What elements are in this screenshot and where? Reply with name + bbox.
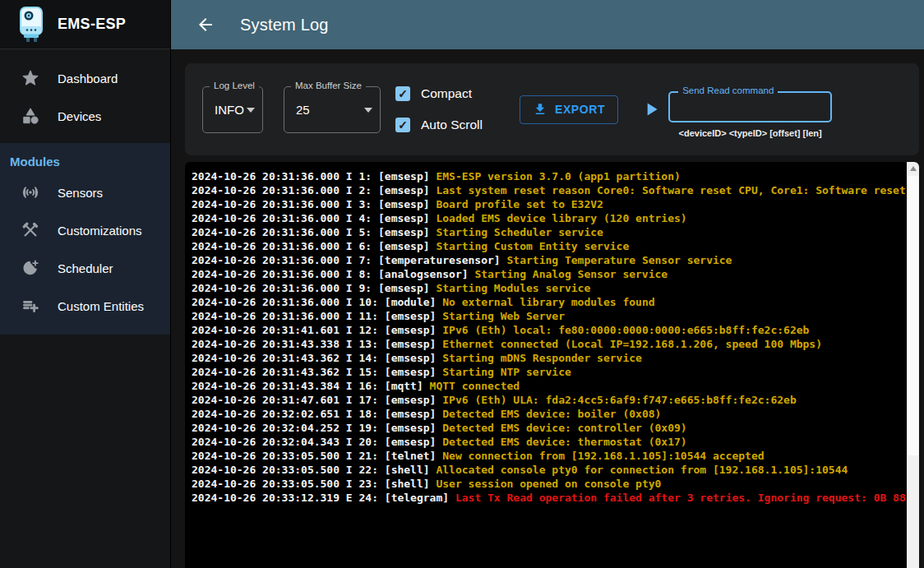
auto-scroll-checkbox[interactable]: ✓ Auto Scroll <box>395 109 483 141</box>
log-line: 2024-10-26 20:33:05.500 I 22: [shell] Al… <box>192 463 906 477</box>
max-buffer-size-value: 25 <box>284 103 310 117</box>
send-read-command-helper: <deviceID> <typeID> [offset] [len] <box>668 128 832 138</box>
max-buffer-size-select[interactable]: Max Buffer Size 25 <box>284 86 381 133</box>
sidebar-nav: Dashboard Devices Modules Se <box>0 49 170 335</box>
log-line: 2024-10-26 20:31:41.601 I 12: [emsesp] I… <box>192 323 906 337</box>
max-buffer-size-label: Max Buffer Size <box>291 81 366 90</box>
sidebar-item-label: Dashboard <box>58 72 118 85</box>
log-line: 2024-10-26 20:33:12.319 E 24: [telegram]… <box>192 491 906 505</box>
system-log-panel: 2024-10-26 20:31:36.000 I 1: [emsesp] EM… <box>185 162 919 568</box>
send-read-command-label: Send Read command <box>678 85 778 95</box>
compact-checkbox-label: Compact <box>421 86 472 101</box>
back-arrow-button[interactable] <box>196 15 215 35</box>
sidebar-item-label: Sensors <box>58 186 103 200</box>
log-line: 2024-10-26 20:31:43.362 I 15: [emsesp] S… <box>192 365 906 379</box>
sidebar-header: EMS-ESP <box>0 0 170 49</box>
ems-esp-logo-icon <box>16 7 46 43</box>
checkbox-checked-icon: ✓ <box>395 86 410 101</box>
category-shapes-icon <box>21 106 40 126</box>
auto-scroll-checkbox-label: Auto Scroll <box>421 118 483 132</box>
play-icon <box>640 99 662 120</box>
scroll-up-arrow-icon <box>910 166 917 171</box>
log-line: 2024-10-26 20:31:36.000 I 8: [analogsens… <box>192 267 906 281</box>
app-title: EMS-ESP <box>58 16 126 33</box>
sidebar-item-customizations[interactable]: Customizations <box>0 211 170 249</box>
log-level-select[interactable]: Log Level INFO <box>202 86 263 133</box>
log-line: 2024-10-26 20:33:05.500 I 23: [shell] Us… <box>192 477 906 491</box>
sidebar-item-scheduler[interactable]: Scheduler <box>0 249 170 287</box>
log-line: 2024-10-26 20:32:02.651 I 18: [emsesp] D… <box>192 407 906 421</box>
tools-icon <box>21 220 40 240</box>
checkbox-checked-icon: ✓ <box>395 118 410 132</box>
log-line: 2024-10-26 20:31:36.000 I 5: [emsesp] St… <box>192 225 906 239</box>
sidebar-item-dashboard[interactable]: Dashboard <box>0 59 170 97</box>
star-icon <box>21 68 40 88</box>
sidebar-item-sensors[interactable]: Sensors <box>0 173 170 211</box>
sidebar-item-custom-entities[interactable]: Custom Entities <box>0 287 170 325</box>
sidebar-item-label: Devices <box>58 109 101 123</box>
scrollbar-thumb[interactable] <box>908 176 918 455</box>
sidebar: EMS-ESP Dashboard Devices Modules <box>0 0 171 568</box>
page-title: System Log <box>240 16 329 35</box>
log-line: 2024-10-26 20:31:43.338 I 13: [emsesp] E… <box>192 337 906 351</box>
log-scrollbar[interactable] <box>907 162 919 568</box>
compact-checkbox[interactable]: ✓ Compact <box>395 78 483 109</box>
sidebar-item-label: Custom Entities <box>58 299 144 313</box>
chevron-down-icon <box>364 108 372 113</box>
log-line: 2024-10-26 20:31:43.384 I 16: [mqtt] MQT… <box>192 379 906 393</box>
modules-section: Modules Sensors <box>0 143 170 335</box>
log-line: 2024-10-26 20:32:04.252 I 19: [emsesp] D… <box>192 421 906 435</box>
log-line: 2024-10-26 20:33:05.500 I 21: [telnet] N… <box>192 449 906 463</box>
log-line: 2024-10-26 20:31:36.000 I 10: [module] N… <box>192 295 906 309</box>
log-level-label: Log Level <box>210 81 259 90</box>
log-controls-card: Log Level INFO Max Buffer Size 25 ✓ Comp… <box>185 63 919 155</box>
antenna-signal-icon <box>21 182 40 202</box>
sidebar-item-label: Customizations <box>58 224 142 238</box>
log-line: 2024-10-26 20:31:36.000 I 1: [emsesp] EM… <box>192 169 906 183</box>
log-line: 2024-10-26 20:31:36.000 I 3: [emsesp] Bo… <box>192 197 906 211</box>
send-command-play-button[interactable] <box>640 99 662 120</box>
log-line: 2024-10-26 20:31:47.601 I 17: [emsesp] I… <box>192 393 906 407</box>
chevron-down-icon <box>247 108 255 113</box>
sidebar-item-devices[interactable]: Devices <box>0 97 170 135</box>
checkbox-group: ✓ Compact ✓ Auto Scroll <box>395 78 483 141</box>
download-icon <box>533 102 547 117</box>
playlist-add-icon <box>21 296 40 316</box>
log-line: 2024-10-26 20:31:36.000 I 9: [emsesp] St… <box>192 281 906 295</box>
export-button[interactable]: EXPORT <box>520 95 618 124</box>
log-line: 2024-10-26 20:32:04.343 I 20: [emsesp] D… <box>192 435 906 449</box>
log-line: 2024-10-26 20:31:36.000 I 4: [emsesp] Lo… <box>192 211 906 225</box>
log-line: 2024-10-26 20:31:36.000 I 2: [emsesp] La… <box>192 183 906 197</box>
send-read-command-group: Send Read command <deviceID> <typeID> [o… <box>668 91 832 138</box>
main-content: Log Level INFO Max Buffer Size 25 ✓ Comp… <box>171 49 924 568</box>
log-line: 2024-10-26 20:31:36.000 I 11: [emsesp] S… <box>192 309 906 323</box>
top-app-bar: System Log <box>171 0 924 49</box>
export-button-label: EXPORT <box>555 103 605 116</box>
log-output: 2024-10-26 20:31:36.000 I 1: [emsesp] EM… <box>192 169 906 568</box>
clock-plus-icon <box>21 258 40 278</box>
log-line: 2024-10-26 20:31:36.000 I 7: [temperatur… <box>192 253 906 267</box>
log-line: 2024-10-26 20:31:36.000 I 6: [emsesp] St… <box>192 239 906 253</box>
scroll-up-button[interactable] <box>907 162 919 175</box>
log-level-value: INFO <box>203 103 244 117</box>
log-line: 2024-10-26 20:31:43.362 I 14: [emsesp] S… <box>192 351 906 365</box>
send-read-command-input[interactable]: Send Read command <box>668 91 832 122</box>
sidebar-item-label: Scheduler <box>58 261 113 275</box>
modules-section-header: Modules <box>0 150 170 173</box>
app-root: EMS-ESP Dashboard Devices Modules <box>0 0 924 568</box>
